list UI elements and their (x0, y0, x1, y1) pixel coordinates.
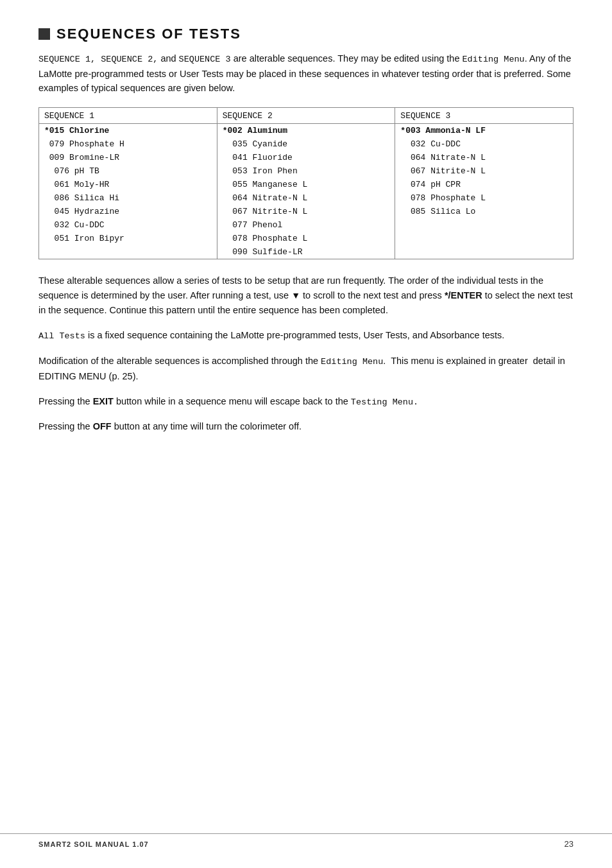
list-item: 032 Cu-DDC (395, 137, 573, 151)
list-item: 064 Nitrate-N L (395, 151, 573, 164)
body-paragraph-3: Modification of the alterable sequences … (38, 354, 574, 384)
seq-2-header: SEQUENCE 2 (217, 108, 395, 124)
body-paragraph-5: Pressing the OFF button at any time will… (38, 419, 574, 434)
list-item: 055 Manganese L (217, 178, 395, 191)
list-item: 051 Iron Bipyr (39, 232, 217, 245)
seq-1-header: SEQUENCE 1 (39, 108, 217, 124)
list-item: 078 Phosphate L (217, 232, 395, 245)
header-square-icon (38, 28, 50, 40)
list-item: *002 Aluminum (217, 124, 395, 137)
list-item: 077 Phenol (217, 218, 395, 232)
list-item: *003 Ammonia-N LF (395, 124, 573, 137)
sequence-3-column: SEQUENCE 3 *003 Ammonia-N LF 032 Cu-DDC … (395, 108, 573, 259)
list-item: 032 Cu-DDC (39, 218, 217, 232)
body-paragraph-4: Pressing the EXIT button while in a sequ… (38, 394, 574, 410)
list-item: 076 pH TB (39, 164, 217, 178)
list-item: 086 Silica Hi (39, 191, 217, 205)
list-item: 053 Iron Phen (217, 164, 395, 178)
list-item: 061 Moly-HR (39, 178, 217, 191)
intro-text-mono: SEQUENCE 1, SEQUENCE 2, (38, 55, 158, 64)
list-item: 078 Phosphate L (395, 191, 573, 205)
list-item: 045 Hydrazine (39, 205, 217, 218)
section-header: SEQUENCES OF TESTS (38, 26, 574, 42)
sequence-2-column: SEQUENCE 2 *002 Aluminum 035 Cyanide 041… (217, 108, 396, 259)
list-item: 067 Nitrite-N L (395, 164, 573, 178)
seq-3-header: SEQUENCE 3 (395, 108, 573, 124)
list-item: 090 Sulfide-LR (217, 245, 395, 259)
list-item: 035 Cyanide (217, 137, 395, 151)
list-item: *015 Chlorine (39, 124, 217, 137)
page-title: SEQUENCES OF TESTS (56, 26, 241, 42)
footer-manual-name: SMART2 SOIL MANUAL 1.07 (38, 840, 149, 848)
list-item: 067 Nitrite-N L (217, 205, 395, 218)
body-paragraph-1: These alterable sequences allow a series… (38, 273, 574, 318)
sequence-1-column: SEQUENCE 1 *015 Chlorine 079 Phosphate H… (39, 108, 217, 259)
footer-page-number: 23 (565, 839, 574, 849)
list-item: 079 Phosphate H (39, 137, 217, 151)
body-paragraph-2: All Tests is a fixed sequence containing… (38, 328, 574, 343)
list-item: 009 Bromine-LR (39, 151, 217, 164)
page-footer: SMART2 SOIL MANUAL 1.07 23 (0, 833, 612, 849)
sequences-table: SEQUENCE 1 *015 Chlorine 079 Phosphate H… (38, 107, 574, 259)
list-item: 064 Nitrate-N L (217, 191, 395, 205)
intro-paragraph: SEQUENCE 1, SEQUENCE 2, and SEQUENCE 3 a… (38, 51, 574, 96)
list-item: 074 pH CPR (395, 178, 573, 191)
list-item: 041 Fluoride (217, 151, 395, 164)
list-item: 085 Silica Lo (395, 205, 573, 218)
